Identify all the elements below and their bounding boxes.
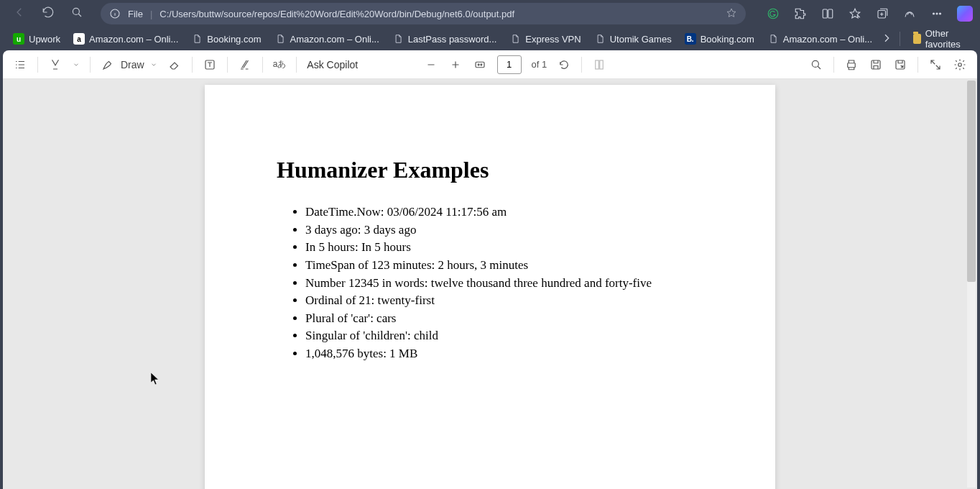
favorites-icon[interactable] <box>848 6 862 21</box>
nav-buttons <box>13 6 83 22</box>
add-text-icon[interactable] <box>203 58 217 72</box>
bookmark-label: Booking.com <box>207 34 261 45</box>
page-icon <box>767 33 779 45</box>
page-icon <box>274 33 286 45</box>
bookmark-item[interactable]: Express VPN <box>504 30 586 47</box>
separator <box>296 57 297 73</box>
draw-label: Draw <box>121 59 144 70</box>
print-icon[interactable] <box>844 58 859 72</box>
list-item: DateTime.Now: 03/06/2024 11:17:56 am <box>305 204 703 221</box>
bookmark-label: Amazon.com – Onli... <box>290 34 379 45</box>
svg-rect-4 <box>828 9 833 18</box>
svg-rect-15 <box>872 60 880 69</box>
svg-point-13 <box>812 60 818 67</box>
highlight-dropdown-icon[interactable] <box>73 59 80 70</box>
pdf-toolbar: Draw aあ Ask Copilot of 1 <box>3 50 977 79</box>
collections-icon[interactable] <box>875 6 889 21</box>
separator <box>917 57 918 73</box>
svg-point-0 <box>73 8 79 14</box>
settings-icon[interactable] <box>953 58 967 72</box>
contents-icon[interactable] <box>13 58 27 72</box>
bookmarks-bar: uUpworkaAmazon.com – Onli...Booking.comA… <box>0 27 980 50</box>
separator <box>227 57 228 73</box>
save-as-icon[interactable] <box>893 58 907 72</box>
bookmark-item[interactable]: Amazon.com – Onli... <box>269 30 385 47</box>
upwork-icon: u <box>13 33 24 45</box>
page-total-label: of 1 <box>532 59 547 70</box>
draw-button[interactable]: Draw <box>101 58 157 72</box>
bookmark-item[interactable]: uUpwork <box>7 30 66 47</box>
save-icon[interactable] <box>869 58 883 72</box>
page-number-input[interactable] <box>497 55 522 74</box>
refresh-button[interactable] <box>42 6 55 22</box>
bookmarks-overflow-icon[interactable] <box>881 32 892 46</box>
scrollbar-vertical[interactable] <box>967 81 976 488</box>
bookmark-item[interactable]: aAmazon.com – Onli... <box>68 30 184 47</box>
url-text: C:/Users/buttw/source/repos/Edit%20Word/… <box>160 9 718 19</box>
more-menu-icon[interactable] <box>930 6 944 21</box>
bookmark-item[interactable]: Amazon.com – Onli... <box>762 30 878 47</box>
separator <box>900 32 900 46</box>
extensions-icon[interactable] <box>793 6 808 21</box>
page-icon <box>594 33 606 45</box>
address-bar[interactable]: File | C:/Users/buttw/source/repos/Edit%… <box>101 3 746 24</box>
rotate-icon[interactable] <box>557 58 571 72</box>
fit-width-icon[interactable] <box>473 58 487 72</box>
bookmark-label: Utomik Games <box>610 34 672 45</box>
separator <box>581 57 582 73</box>
other-favorites-label: Other favorites <box>925 28 967 50</box>
zoom-out-icon[interactable] <box>424 58 438 72</box>
svg-point-17 <box>958 63 962 66</box>
scroll-thumb[interactable] <box>967 81 976 282</box>
bookmark-item[interactable]: Booking.com <box>185 30 267 47</box>
grammarly-icon[interactable] <box>766 6 780 21</box>
folder-icon <box>913 34 921 44</box>
translate-icon[interactable]: aあ <box>273 58 287 72</box>
list-item: In 5 hours: In 5 hours <box>305 239 703 257</box>
erase-icon[interactable] <box>167 58 182 72</box>
pdf-content-area[interactable]: Humanizer Examples DateTime.Now: 03/06/2… <box>3 79 977 489</box>
zoom-in-icon[interactable] <box>448 58 463 72</box>
svg-rect-3 <box>823 9 827 18</box>
amazon-icon: a <box>73 33 85 45</box>
list-item: Singular of 'children': child <box>305 327 703 345</box>
browser-toolbar: File | C:/Users/buttw/source/repos/Edit%… <box>0 0 980 27</box>
back-button[interactable] <box>13 6 26 22</box>
scheme-label: File <box>128 9 143 19</box>
list-item: Number 12345 in words: twelve thousand t… <box>305 275 703 293</box>
page-view-icon[interactable] <box>592 58 606 72</box>
search-button[interactable] <box>70 6 83 22</box>
document-list: DateTime.Now: 03/06/2024 11:17:56 am3 da… <box>277 204 703 363</box>
separator <box>833 57 834 73</box>
pdf-page: Humanizer Examples DateTime.Now: 03/06/2… <box>205 85 775 489</box>
svg-rect-14 <box>848 63 856 67</box>
site-info-icon[interactable] <box>109 8 121 19</box>
fullscreen-icon[interactable] <box>928 58 943 72</box>
page-icon <box>191 33 203 45</box>
list-item: Ordinal of 21: twenty-first <box>305 292 703 310</box>
find-icon[interactable] <box>809 58 823 72</box>
bookmark-label: Booking.com <box>701 34 754 45</box>
performance-icon[interactable] <box>902 6 917 21</box>
copilot-icon[interactable] <box>957 6 973 22</box>
highlight-icon[interactable] <box>48 58 63 72</box>
bookmark-label: LastPass password... <box>408 34 497 45</box>
list-item: Plural of 'car': cars <box>305 310 703 328</box>
draw-dropdown-icon[interactable] <box>150 59 157 70</box>
bookmark-item[interactable]: B.Booking.com <box>679 30 760 47</box>
other-favorites[interactable]: Other favorites <box>907 25 973 52</box>
page-icon <box>509 33 521 45</box>
mouse-cursor <box>151 373 160 385</box>
bookmark-label: Upwork <box>29 34 60 45</box>
bookmark-item[interactable]: Utomik Games <box>588 30 678 47</box>
svg-point-8 <box>939 13 940 14</box>
bookmark-item[interactable]: LastPass password... <box>387 30 503 47</box>
browser-right-icons <box>766 6 973 22</box>
separator <box>90 57 91 73</box>
svg-point-7 <box>936 13 938 14</box>
split-screen-icon[interactable] <box>820 6 835 21</box>
favorite-star-icon[interactable] <box>726 7 737 21</box>
ask-copilot-button[interactable]: Ask Copilot <box>307 59 358 70</box>
svg-rect-11 <box>596 60 599 69</box>
read-aloud-icon[interactable] <box>238 58 252 72</box>
